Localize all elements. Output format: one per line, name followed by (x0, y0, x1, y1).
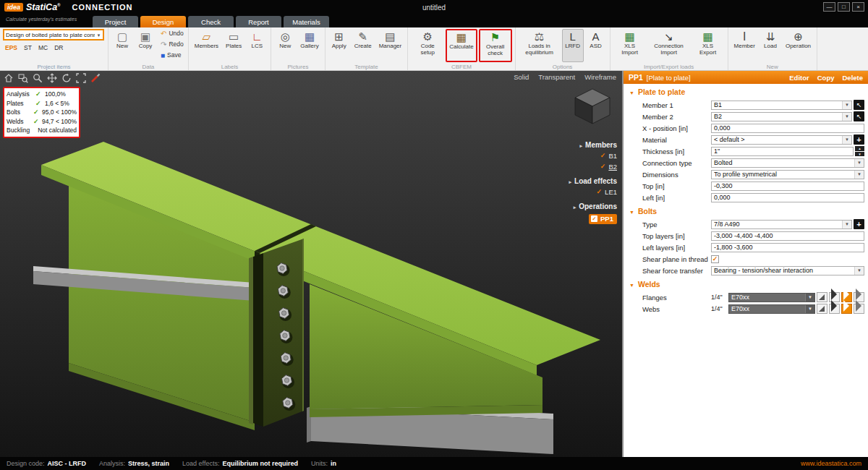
tab-report[interactable]: Report (236, 16, 281, 27)
thickness-in-input[interactable]: 1" (711, 147, 854, 156)
undo-button[interactable]: ↶Undo (159, 29, 185, 39)
tab-project[interactable]: Project (93, 16, 138, 27)
shear-force-transfer-select[interactable]: Bearing - tension/shear interaction (711, 266, 864, 275)
pan-button[interactable] (46, 72, 58, 84)
operation-button[interactable]: ⊕Operation (783, 29, 814, 62)
xls-export-button[interactable]: ▦XLS Export (692, 29, 725, 62)
spinner-down-icon[interactable] (855, 152, 864, 157)
editor-button[interactable]: Editor (789, 74, 809, 82)
add-new-button[interactable] (854, 134, 864, 145)
fit-view-button[interactable] (75, 72, 87, 84)
project-item-dr[interactable]: DR (54, 44, 63, 51)
weld-type-button-2[interactable] (829, 304, 840, 314)
pick-member-button[interactable] (854, 100, 864, 110)
checkbox-icon[interactable] (591, 215, 597, 222)
load-button[interactable]: ⇊Load (760, 29, 781, 62)
webs-select[interactable]: E70xx (728, 304, 815, 314)
pick-member-button[interactable] (854, 111, 864, 121)
zoom-window-button[interactable] (17, 72, 29, 84)
end-plate-left-edge[interactable] (249, 257, 253, 424)
delete-button[interactable]: Delete (842, 74, 863, 82)
connection-type-select[interactable]: Bolted (711, 158, 864, 168)
viewport-3d[interactable]: SolidTransparentWireframe Analysis100,0%… (0, 71, 622, 457)
project-item-mc[interactable]: MC (38, 44, 48, 51)
left-in-input[interactable]: 0,000 (711, 193, 864, 202)
weld-type-button-3[interactable] (841, 304, 852, 314)
members-button[interactable]: ▱Members (192, 29, 221, 62)
section-header-bolts[interactable]: Bolts (624, 203, 868, 218)
tree-section-members[interactable]: Members (580, 141, 617, 149)
member-1-select[interactable]: B1 (711, 101, 852, 110)
gallery-button[interactable]: ▦Gallery (297, 29, 321, 62)
left-layers-in-input[interactable]: -1,800 -3,600 (711, 243, 864, 252)
save-button[interactable]: ■Save (159, 51, 185, 61)
rotate-button[interactable] (60, 72, 72, 84)
asd-button[interactable]: AASD (585, 29, 607, 62)
lcs-button[interactable]: ∟LCS (246, 29, 268, 62)
loads-in-equilibrium-button[interactable]: ⚖Loads in equilibrium (519, 29, 561, 62)
tree-section-operations[interactable]: Operations (574, 202, 617, 210)
section-header-plate-to-plate[interactable]: Plate to plate (624, 84, 868, 99)
copy-button[interactable]: ▣Copy (135, 29, 156, 62)
flanges-select[interactable]: E70xx (728, 293, 815, 302)
tree-item-b1[interactable]: B1 (600, 152, 617, 160)
member-2-select[interactable]: B2 (711, 112, 852, 121)
weld-type-button-1[interactable] (817, 304, 827, 314)
code-setup-button[interactable]: ⚙Code setup (411, 29, 444, 62)
ribbon-group-cbfem: ⚙Code setup▦Calculate⚑Overall checkCBFEM (408, 27, 515, 70)
redo-button[interactable]: ↷Redo (159, 40, 185, 50)
spinner-up-icon[interactable] (855, 146, 864, 151)
tab-check[interactable]: Check (188, 16, 234, 27)
tree-item-le1[interactable]: LE1 (597, 188, 617, 196)
top-layers-in-input[interactable]: -3,000 -4,400 -4,400 (711, 231, 864, 241)
plates-button[interactable]: ▭Plates (223, 29, 244, 62)
weld-type-button-4[interactable] (854, 304, 864, 314)
checkbox-icon[interactable] (600, 163, 606, 170)
tree-section-load-effects[interactable]: Load effects (569, 177, 617, 185)
project-item-eps[interactable]: EPS (5, 44, 17, 51)
create-button[interactable]: ✎Create (352, 29, 375, 62)
tree-item-pp1[interactable]: PP1 (589, 214, 617, 224)
lrfd-button[interactable]: LLRFD (562, 29, 584, 62)
close-button[interactable]: × (852, 2, 864, 12)
tab-design[interactable]: Design (140, 16, 186, 27)
3d-model-scene[interactable] (0, 71, 622, 457)
modify-button[interactable] (89, 72, 101, 84)
material-select[interactable]: < default > (711, 135, 852, 145)
website-link[interactable]: www.ideastatica.com (801, 460, 861, 467)
minimize-button[interactable]: — (823, 2, 835, 12)
connection-import-button[interactable]: ↘Connection Import (648, 29, 690, 62)
overall-check-button[interactable]: ⚑Overall check (479, 29, 512, 62)
top-in-input[interactable]: -0,300 (711, 181, 864, 191)
maximize-button[interactable]: □ (838, 2, 850, 12)
checkbox-icon[interactable] (600, 153, 606, 159)
weld-type-button-1[interactable] (817, 292, 827, 302)
home-view-button[interactable] (2, 72, 14, 84)
type-select[interactable]: 7/8 A490 (711, 220, 852, 229)
checkbox-icon[interactable] (597, 189, 603, 195)
new-button[interactable]: ▢New (111, 29, 133, 62)
dimensions-select[interactable]: To profile symmetrical (711, 170, 864, 179)
new-button[interactable]: ◎New (274, 29, 296, 62)
view-mode-transparent[interactable]: Transparent (538, 73, 575, 81)
view-mode-solid[interactable]: Solid (514, 73, 529, 81)
zoom-button[interactable] (31, 72, 43, 84)
triangle-icon (569, 177, 572, 185)
operation-type: [Plate to plate] (647, 74, 691, 82)
add-new-button[interactable] (854, 219, 864, 229)
tree-item-b2[interactable]: B2 (600, 163, 617, 171)
manager-button[interactable]: ▤Manager (376, 29, 405, 62)
view-mode-wireframe[interactable]: Wireframe (584, 73, 616, 81)
value-spinner[interactable] (855, 146, 864, 156)
xls-import-button[interactable]: ▦XLS Import (613, 29, 647, 62)
shear-plane-in-thread-checkbox[interactable] (711, 255, 719, 263)
tab-materials[interactable]: Materials (284, 16, 329, 27)
x-position-in-input[interactable]: 0,000 (711, 124, 864, 133)
project-item-st[interactable]: ST (24, 44, 32, 51)
apply-button[interactable]: ⊞Apply (328, 29, 350, 62)
copy-button[interactable]: Copy (817, 74, 835, 82)
member-button[interactable]: ⅠMember (731, 29, 758, 62)
save-icon: ■ (161, 52, 165, 59)
project-type-dropdown[interactable]: Design of bolted plate to plate conne (3, 29, 104, 40)
calculate-button[interactable]: ▦Calculate (446, 29, 477, 62)
